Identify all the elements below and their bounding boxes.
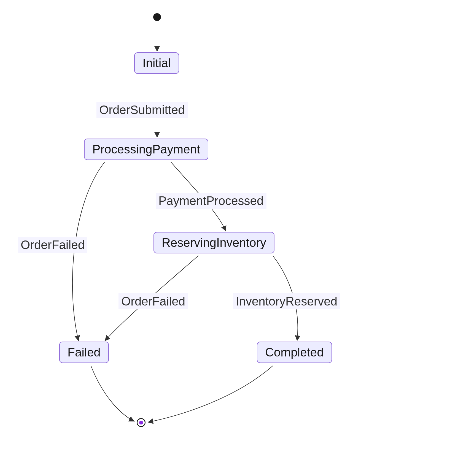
- state-diagram: Initial ProcessingPayment ReservingInven…: [0, 0, 450, 476]
- state-failed: Failed: [59, 342, 109, 363]
- edge-label-order-failed-1: OrderFailed: [18, 237, 87, 253]
- state-initial: Initial: [134, 52, 179, 74]
- state-label: Completed: [265, 345, 324, 359]
- state-reserving-inventory: ReservingInventory: [153, 232, 274, 253]
- edge-label-order-failed-2: OrderFailed: [118, 293, 188, 309]
- end-node-inner: [139, 421, 143, 424]
- edge-label-inventory-reserved: InventoryReserved: [233, 293, 340, 309]
- state-label: ProcessingPayment: [92, 142, 200, 156]
- state-label: ReservingInventory: [162, 236, 266, 250]
- end-node: [137, 418, 145, 427]
- state-label: Failed: [68, 345, 101, 359]
- state-label: Initial: [142, 56, 171, 70]
- start-node: [153, 13, 161, 21]
- state-completed: Completed: [257, 342, 332, 363]
- state-processing-payment: ProcessingPayment: [84, 139, 208, 160]
- edge-label-payment-processed: PaymentProcessed: [156, 193, 266, 209]
- edge-label-order-submitted: OrderSubmitted: [96, 102, 188, 118]
